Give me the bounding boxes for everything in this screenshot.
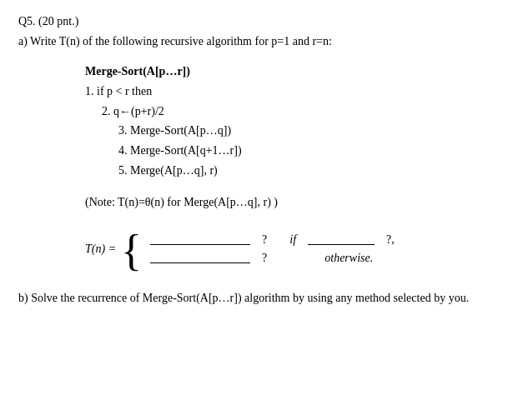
algorithm-block: Merge-Sort(A[p…r]) 1. if p < r then 2. q…	[85, 62, 490, 181]
case1-cond-question: ?,	[386, 233, 395, 247]
part-a-label: a) Write T(n) of the following recursive…	[18, 35, 490, 48]
case2-value-line	[150, 262, 250, 263]
recurrence-block: T(n) = { ? if ?, ? otherwise.	[85, 228, 490, 271]
algo-line-5: 5. Merge(A[p…q], r)	[118, 161, 490, 181]
case1-value-line	[150, 244, 250, 245]
algo-line-3: 3. Merge-Sort(A[p…q])	[118, 121, 490, 141]
algo-line-2: 2. q←(p+r)/2	[102, 102, 490, 122]
algo-line-4: 4. Merge-Sort(A[q+1…r])	[118, 141, 490, 161]
case-row-1: ? if ?,	[150, 233, 395, 247]
case1-condition-line	[308, 244, 375, 245]
otherwise-label: otherwise.	[324, 252, 373, 265]
cases-container: ? if ?, ? otherwise.	[150, 233, 395, 265]
case2-question: ?	[262, 252, 267, 265]
algo-line-0: Merge-Sort(A[p…r])	[85, 62, 490, 82]
case-row-2: ? otherwise.	[150, 252, 395, 265]
question-number: Q5. (20 pnt.)	[18, 15, 78, 28]
tn-label: T(n) =	[85, 242, 116, 256]
brace-icon: {	[121, 229, 142, 272]
case1-if: if	[289, 233, 296, 247]
question-header: Q5. (20 pnt.)	[18, 15, 490, 28]
part-b-label: b) Solve the recurrence of Merge-Sort(A[…	[18, 289, 490, 308]
case1-question: ?	[262, 233, 267, 247]
note-text: (Note: T(n)=θ(n) for Merge(A[p…q], r) )	[85, 196, 278, 208]
note-block: (Note: T(n)=θ(n) for Merge(A[p…q], r) )	[85, 196, 490, 209]
algo-line-1: 1. if p < r then	[85, 82, 490, 102]
